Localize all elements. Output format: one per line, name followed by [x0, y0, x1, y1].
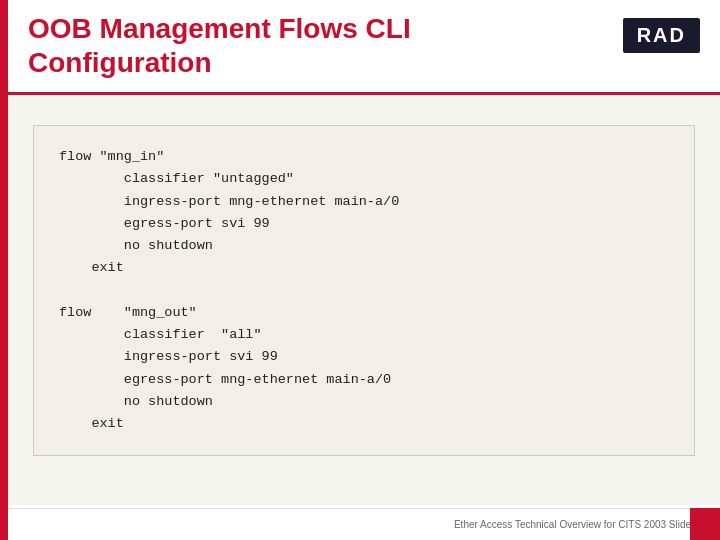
main-content: flow "mng_in" classifier "untagged" ingr… [8, 95, 720, 505]
page-title: OOB Management Flows CLI Configuration [28, 12, 411, 79]
code-block: flow "mng_in" classifier "untagged" ingr… [33, 125, 695, 456]
bottom-right-accent [690, 508, 720, 540]
header: OOB Management Flows CLI Configuration [8, 0, 720, 95]
code-text: flow "mng_in" classifier "untagged" ingr… [59, 146, 669, 435]
footer-text: Ether Access Technical Overview for CITS… [454, 519, 705, 530]
title-line1: OOB Management Flows CLI [28, 13, 411, 44]
footer: Ether Access Technical Overview for CITS… [8, 508, 720, 540]
left-accent-bar [0, 0, 8, 540]
title-line2: Configuration [28, 47, 212, 78]
rad-logo: RAD [623, 18, 700, 53]
